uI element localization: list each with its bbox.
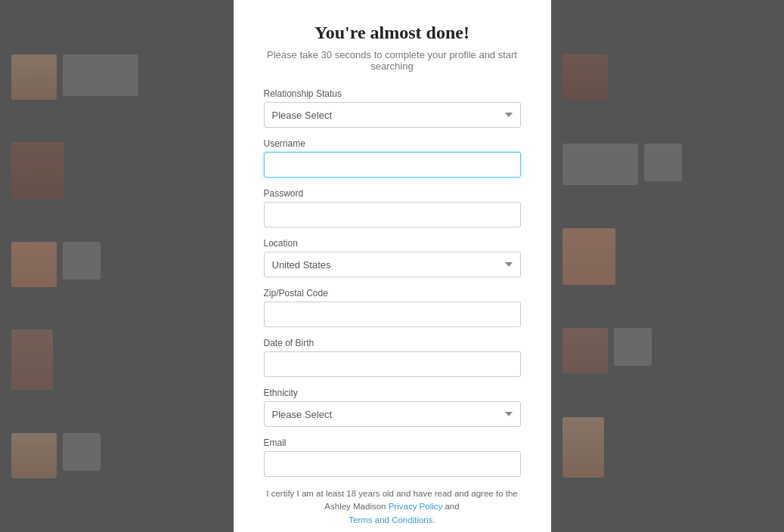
password-group: Password	[264, 188, 521, 227]
privacy-policy-link[interactable]: Privacy Policy	[389, 502, 443, 511]
username-group: Username	[264, 138, 521, 178]
relationship-status-select[interactable]: Please Select Single Married In a Relati…	[264, 102, 521, 128]
date-of-birth-label: Date of Birth	[264, 338, 521, 348]
email-group: Email	[264, 438, 521, 477]
terms-text: I certify I am at least 18 years old and…	[264, 487, 521, 527]
ethnicity-label: Ethnicity	[264, 388, 521, 398]
username-label: Username	[264, 138, 521, 149]
username-input[interactable]	[264, 152, 521, 178]
location-select[interactable]: United States Canada United Kingdom Aust…	[264, 252, 521, 277]
email-label: Email	[264, 438, 521, 448]
modal-subtitle: Please take 30 seconds to complete your …	[264, 49, 521, 72]
password-input[interactable]	[264, 202, 521, 227]
ethnicity-select[interactable]: Please Select White/Caucasian Black/Afri…	[264, 401, 521, 427]
zip-code-group: Zip/Postal Code	[264, 288, 521, 327]
modal-overlay: You're almost done! Please take 30 secon…	[0, 0, 784, 532]
email-input[interactable]	[264, 451, 521, 477]
relationship-status-label: Relationship Status	[264, 88, 521, 99]
terms-text-between: and	[442, 502, 459, 511]
date-of-birth-group: Date of Birth	[264, 338, 521, 377]
date-of-birth-input[interactable]	[264, 351, 521, 377]
zip-code-label: Zip/Postal Code	[264, 288, 521, 298]
modal-dialog: You're almost done! Please take 30 secon…	[234, 0, 551, 532]
terms-text-after: .	[433, 515, 435, 524]
ethnicity-group: Ethnicity Please Select White/Caucasian …	[264, 388, 521, 427]
terms-conditions-link[interactable]: Terms and Conditions	[349, 515, 432, 524]
modal-title: You're almost done!	[315, 23, 469, 43]
password-label: Password	[264, 188, 521, 199]
relationship-status-group: Relationship Status Please Select Single…	[264, 88, 521, 128]
location-label: Location	[264, 238, 521, 249]
location-group: Location United States Canada United Kin…	[264, 238, 521, 277]
zip-code-input[interactable]	[264, 302, 521, 327]
